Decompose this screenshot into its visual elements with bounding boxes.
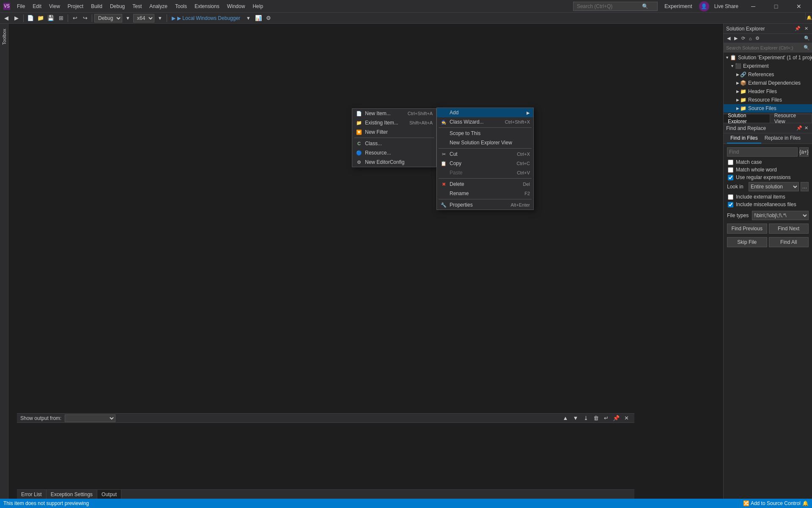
se-pin-btn[interactable]: 📌: [794, 25, 801, 32]
output-close-btn[interactable]: ✕: [622, 414, 631, 423]
tab-exception-settings[interactable]: Exception Settings: [47, 490, 97, 499]
se-source-files[interactable]: ▶ 📁 Source Files: [724, 104, 812, 113]
se-settings-btn[interactable]: ⚙: [754, 35, 761, 42]
maximize-button[interactable]: □: [766, 0, 786, 13]
menu-test[interactable]: Test: [129, 2, 145, 11]
use-regex-checkbox[interactable]: [728, 175, 733, 180]
output-clear-btn[interactable]: 🗑: [591, 414, 601, 423]
toolbar-diag[interactable]: ⚙: [264, 14, 273, 23]
platform-dropdown[interactable]: x64: [133, 14, 154, 22]
find-next-button[interactable]: Find Next: [769, 224, 809, 234]
close-button[interactable]: ✕: [789, 0, 809, 13]
toolbar-new[interactable]: 📄: [26, 14, 35, 23]
tab-replace-in-files[interactable]: Replace in Files: [761, 133, 804, 144]
se-search-input[interactable]: [726, 45, 802, 50]
cm-new-filter[interactable]: 🔽 New Filter: [352, 127, 436, 137]
se-solution[interactable]: ▼ 📋 Solution 'Experiment' (1 of 1 projec…: [724, 53, 812, 62]
output-source-dropdown[interactable]: [65, 414, 115, 422]
toolbar-open[interactable]: 📁: [36, 14, 45, 23]
output-content[interactable]: [17, 423, 634, 489]
toolbar-perf[interactable]: 📊: [254, 14, 263, 23]
se-close-btn[interactable]: ✕: [803, 25, 809, 32]
menu-file[interactable]: File: [14, 2, 28, 11]
se-resource-files[interactable]: ▶ 📁 Resource Files: [724, 96, 812, 104]
find-previous-button[interactable]: Find Previous: [727, 224, 767, 234]
toolbar-redo[interactable]: ↪: [80, 14, 90, 23]
user-avatar[interactable]: 👤: [699, 1, 709, 11]
menu-build[interactable]: Build: [88, 2, 106, 11]
notif-bell-icon[interactable]: 🔔: [806, 14, 812, 20]
menu-analyze[interactable]: Analyze: [146, 2, 171, 11]
se-external-deps[interactable]: ▶ 📦 External Dependencies: [724, 79, 812, 87]
fr-pin-btn[interactable]: 📌: [796, 125, 803, 132]
toolbar-forward[interactable]: ▶: [12, 14, 21, 23]
menu-help[interactable]: Help: [249, 2, 266, 11]
toolbar-undo[interactable]: ↩: [70, 14, 80, 23]
debug-config-dropdown[interactable]: Debug: [94, 14, 122, 22]
editor-area[interactable]: 📄 New Item... Ctrl+Shift+A 📁 Existing It…: [8, 24, 723, 499]
menu-debug[interactable]: Debug: [107, 2, 128, 11]
menu-window[interactable]: Window: [224, 2, 249, 11]
match-word-checkbox[interactable]: [728, 167, 733, 173]
menu-extensions[interactable]: Extensions: [191, 2, 223, 11]
menu-tools[interactable]: Tools: [172, 2, 190, 11]
output-wrap-btn[interactable]: ↵: [601, 414, 611, 423]
toolbox-label[interactable]: Toolbox: [1, 25, 8, 48]
filetypes-select[interactable]: !\bin\;!\obj\;!\.*\: [752, 211, 809, 220]
toolbar-back[interactable]: ◀: [2, 14, 11, 23]
cm-class[interactable]: C Class...: [352, 139, 436, 148]
run-dropdown-arrow[interactable]: ▾: [244, 14, 253, 23]
tab-output[interactable]: Output: [97, 490, 121, 499]
se-home-btn[interactable]: ⌂: [747, 35, 754, 42]
se-header-files[interactable]: ▶ 📁 Header Files: [724, 87, 812, 96]
fr-find-options-btn[interactable]: {a+}: [799, 147, 809, 157]
cm-scope-to-this[interactable]: Scope to This: [437, 129, 533, 138]
platform-arrow[interactable]: ▾: [155, 14, 165, 23]
cm-properties[interactable]: 🔧 Properties Alt+Enter: [437, 200, 533, 210]
cm-add-header[interactable]: Add ▶: [437, 108, 533, 117]
output-pin-btn[interactable]: 📌: [612, 414, 621, 423]
include-misc-checkbox[interactable]: [728, 202, 733, 207]
menu-edit[interactable]: Edit: [29, 2, 45, 11]
se-project[interactable]: ▼ ⬛ Experiment: [724, 62, 812, 70]
minimize-button[interactable]: ─: [743, 0, 763, 13]
lookin-select[interactable]: Entire solution Current project Current …: [749, 182, 799, 191]
se-search[interactable]: 🔍: [724, 43, 812, 52]
live-share-btn[interactable]: Live Share: [713, 3, 740, 9]
se-references[interactable]: ▶ 🔗 References: [724, 70, 812, 79]
find-all-button[interactable]: Find All: [769, 237, 809, 247]
debug-config-arrow[interactable]: ▾: [123, 14, 132, 23]
lookin-browse-btn[interactable]: …: [801, 182, 809, 191]
cm-new-se-view[interactable]: New Solution Explorer View: [437, 138, 533, 147]
cm-rename[interactable]: Rename F2: [437, 189, 533, 198]
fr-close-btn[interactable]: ✕: [803, 125, 809, 132]
output-down-btn[interactable]: ▼: [571, 414, 580, 423]
se-back-btn[interactable]: ◀: [725, 35, 732, 42]
match-case-checkbox[interactable]: [728, 160, 733, 165]
cm-delete[interactable]: ✖ Delete Del: [437, 179, 533, 189]
se-sync-btn[interactable]: ⟳: [740, 35, 746, 42]
output-up-btn[interactable]: ▲: [561, 414, 570, 423]
toolbar-save-all[interactable]: ⊞: [56, 14, 66, 23]
run-button[interactable]: ▶ ▶ Local Windows Debugger: [169, 14, 243, 22]
se-filter-btn[interactable]: 🔍: [804, 35, 810, 42]
search-input[interactable]: [577, 3, 640, 9]
cm-existing-item[interactable]: 📁 Existing Item... Shift+Alt+A: [352, 118, 436, 127]
skip-file-button[interactable]: Skip File: [727, 237, 767, 247]
fr-find-input[interactable]: [727, 147, 798, 157]
cm-new-item[interactable]: 📄 New Item... Ctrl+Shift+A: [352, 109, 436, 118]
se-forward-btn[interactable]: ▶: [732, 35, 739, 42]
cm-editor-config[interactable]: ⚙ New EditorConfig: [352, 157, 436, 167]
include-external-checkbox[interactable]: [728, 194, 733, 200]
toolbar-save[interactable]: 💾: [46, 14, 55, 23]
cm-class-wizard[interactable]: 🧙 Class Wizard... Ctrl+Shift+X: [437, 117, 533, 127]
notifications-icon[interactable]: 🔔: [802, 500, 809, 506]
cm-cut[interactable]: ✂ Cut Ctrl+X: [437, 149, 533, 159]
tab-find-in-files[interactable]: Find in Files: [727, 133, 761, 144]
menu-project[interactable]: Project: [64, 2, 87, 11]
menu-view[interactable]: View: [46, 2, 63, 11]
output-scroll-end-btn[interactable]: ⤓: [581, 414, 590, 423]
source-control-btn[interactable]: 🔀 Add to Source Control: [743, 500, 801, 506]
cm-resource[interactable]: 🔵 Resource...: [352, 148, 436, 157]
tab-solution-explorer[interactable]: Solution Explorer: [724, 114, 770, 123]
